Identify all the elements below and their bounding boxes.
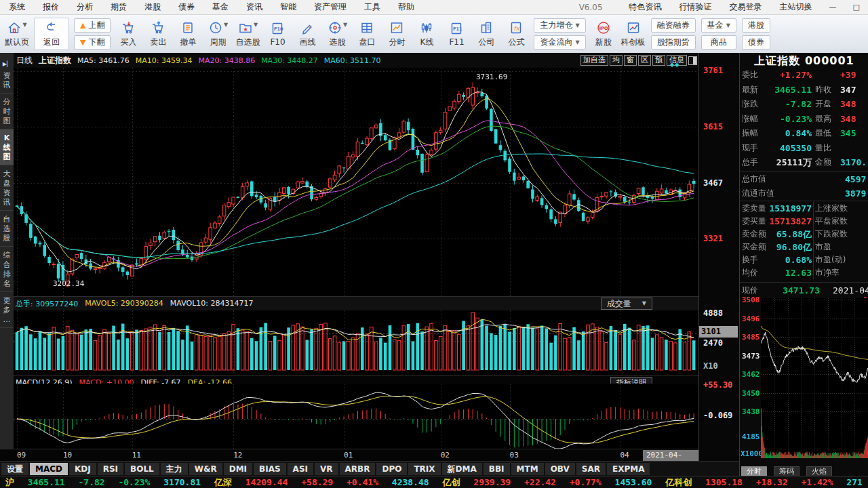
toolbar-button-K线[interactable]: K线 — [412, 16, 441, 52]
chart-header-button-加自选[interactable]: 加自选 — [580, 55, 608, 66]
panel-toggle-icon[interactable] — [688, 56, 697, 65]
menu-right-item-主站切换[interactable]: 主站切换 — [771, 0, 821, 14]
toolbar-button-画线[interactable]: 画线 — [292, 16, 322, 52]
indicator-tab-BIAS[interactable]: BIAS — [254, 463, 286, 475]
menu-item-智能[interactable]: 智能 — [271, 0, 305, 14]
menu-item-基金[interactable]: 基金 — [203, 0, 237, 14]
menu-item-资讯[interactable]: 资讯 — [237, 0, 271, 14]
indicator-tab-DPO[interactable]: DPO — [376, 463, 407, 475]
volume-indicator-selector[interactable]: 成交量 ▼ — [601, 298, 652, 310]
toolbar-button-科创板[interactable]: 科创板 — [618, 16, 648, 52]
toolbar-button-F11[interactable]: F11F11 — [441, 16, 471, 52]
sidebar-item-综合排名[interactable]: 综合排名 — [0, 247, 14, 292]
sidebar-item-大盘资讯[interactable]: 大盘资讯 — [0, 165, 14, 211]
period-label[interactable]: 日线 — [16, 55, 33, 66]
chevron-down-icon[interactable]: ▼ — [224, 22, 228, 28]
sidebar-item-自选股[interactable]: 自选股 — [0, 211, 14, 247]
sidebar-item-K线图[interactable]: K线图 — [0, 129, 14, 165]
toolbar-button-卖出[interactable]: 卖出 — [143, 16, 173, 52]
menu-right-item-交易登录[interactable]: 交易登录 — [721, 0, 771, 14]
indicator-tab-ARBR[interactable]: ARBR — [340, 463, 376, 475]
quote-label: 总市值 — [742, 172, 766, 186]
sidebar-item-分时图[interactable]: 分时图 — [0, 94, 14, 129]
kline-chart-canvas[interactable] — [14, 68, 698, 296]
indicator-tab-BBI[interactable]: BBI — [484, 463, 510, 475]
indicator-tab-VR[interactable]: VR — [315, 463, 338, 475]
chart-header-button-均[interactable]: 均 — [610, 55, 623, 66]
toolbar-button-周期[interactable]: ▼周期 — [203, 16, 233, 52]
toolbar-button-撤单[interactable]: 撤单 — [173, 16, 203, 52]
toolbar-button-上翻[interactable]: ▲上翻 — [74, 18, 111, 33]
chevron-down-icon[interactable]: ▼ — [343, 22, 347, 28]
sidebar-item-资讯[interactable]: ▶▏资讯 — [0, 53, 14, 94]
indicator-tab-OBV[interactable]: OBV — [545, 463, 575, 475]
toolbar-button-选股[interactable]: ▼选股 — [322, 16, 352, 52]
indicator-tab-TRIX[interactable]: TRIX — [408, 463, 440, 475]
minimize-button[interactable]: — — [821, 3, 845, 12]
sidebar-item-更多…[interactable]: 更多… — [0, 292, 14, 328]
toolbar-button-返回[interactable]: 返回 — [34, 18, 69, 50]
toolbar-button-默认页[interactable]: ▼默认页 — [2, 16, 32, 52]
indicator-tab-BOLL[interactable]: BOLL — [125, 463, 159, 475]
menu-item-期货[interactable]: 期货 — [102, 0, 136, 14]
indicator-tab-W&R[interactable]: W&R — [189, 463, 222, 475]
indicator-tab-设置[interactable]: 设置 — [1, 463, 28, 475]
menu-item-报价[interactable]: 报价 — [34, 0, 68, 14]
maximize-button[interactable]: □ — [845, 3, 868, 12]
toolbar-button-商品[interactable]: 商品 — [701, 35, 736, 49]
chart-header-button-窗[interactable]: 窗 — [624, 55, 637, 66]
indicator-tab-ASI[interactable]: ASI — [288, 463, 313, 475]
toolbar-button-融资融券[interactable]: 融资融券 — [651, 18, 696, 33]
chart-header-button-预[interactable]: 预 — [652, 55, 665, 66]
chevron-down-icon[interactable]: ▼ — [22, 22, 26, 28]
chevron-down-icon[interactable]: ▼ — [575, 39, 579, 45]
chevron-down-icon[interactable]: ▼ — [254, 22, 258, 28]
menu-item-分析[interactable]: 分析 — [68, 0, 102, 14]
indicator-tab-KDJ[interactable]: KDJ — [69, 463, 96, 475]
toolbar-button-资金流向[interactable]: 资金流向▼ — [534, 35, 585, 49]
toolbar-button-新股[interactable]: IPO新股 — [589, 16, 618, 52]
toolbar-button-公司[interactable]: 公司 — [471, 16, 501, 52]
indicator-tab-MACD[interactable]: MACD — [30, 463, 68, 475]
toolbar-button-公式[interactable]: fx公式 — [501, 16, 531, 52]
menu-right-item-行情验证[interactable]: 行情验证 — [671, 0, 721, 14]
chart-header-button-区[interactable]: 区 — [638, 55, 651, 66]
menu-item-工具[interactable]: 工具 — [355, 0, 389, 14]
menu-item-债券[interactable]: 债券 — [170, 0, 203, 14]
chevron-down-icon[interactable]: ▼ — [726, 22, 730, 28]
volume-header: 总手: 309577240MAVOL5: 290390284MAVOL10: 2… — [14, 296, 698, 310]
volume-chart-canvas[interactable] — [14, 310, 698, 375]
indicator-tab-主力[interactable]: 主力 — [161, 463, 188, 475]
menu-item-港股[interactable]: 港股 — [136, 0, 170, 14]
macd-chart-canvas[interactable] — [14, 384, 698, 449]
toolbar-button-股指期货[interactable]: 股指期货 — [651, 35, 696, 49]
indicator-tab-MTM[interactable]: MTM — [511, 463, 544, 475]
toolbar-button-分时[interactable]: 分时 — [382, 16, 412, 52]
mini-tab-筹码[interactable]: 筹码 — [774, 466, 800, 476]
toolbar-button-F10[interactable]: F10F10 — [262, 16, 292, 52]
toolbar-button-下翻[interactable]: ▼下翻 — [74, 35, 111, 49]
toolbar-button-港股[interactable]: 港股 — [742, 18, 770, 33]
menu-item-资产管理[interactable]: 资产管理 — [305, 0, 355, 14]
volume-selector-label: 成交量 — [607, 298, 631, 309]
toolbar-button-自选股[interactable]: ★▼自选股 — [233, 16, 262, 52]
indicator-tab-新DMA[interactable]: 新DMA — [442, 463, 482, 475]
mini-tab-分时[interactable]: 分时 — [741, 466, 767, 476]
indicator-tab-RSI[interactable]: RSI — [98, 463, 123, 475]
chevron-down-icon[interactable]: ▼ — [575, 22, 579, 28]
toolbar-button-主力增仓[interactable]: 主力增仓▼ — [534, 18, 585, 33]
intraday-mini-chart-canvas[interactable] — [761, 298, 868, 458]
menu-item-帮助[interactable]: 帮助 — [389, 0, 423, 14]
toolbar-button-债券[interactable]: 债券 — [742, 35, 770, 49]
indicator-tab-DMI[interactable]: DMI — [224, 463, 252, 475]
menu-item-系统[interactable]: 系统 — [0, 0, 34, 14]
toolbar-button-盘口[interactable]: 盘口 — [352, 16, 382, 52]
toolbar-button-买入[interactable]: 买入 — [113, 16, 143, 52]
mini-tab-火焰[interactable]: 火焰 — [806, 466, 832, 476]
toolbar-button-基金[interactable]: 基金▼ — [701, 18, 736, 33]
indicator-tab-EXPMA[interactable]: EXPMA — [607, 463, 650, 475]
expand-diamonds-icon[interactable]: ◆◆ — [670, 62, 679, 68]
collapse-panel-icon[interactable]: ▶▏ — [3, 58, 11, 70]
menu-right-item-特色资讯[interactable]: 特色资讯 — [620, 0, 671, 14]
indicator-tab-SAR[interactable]: SAR — [576, 463, 606, 475]
